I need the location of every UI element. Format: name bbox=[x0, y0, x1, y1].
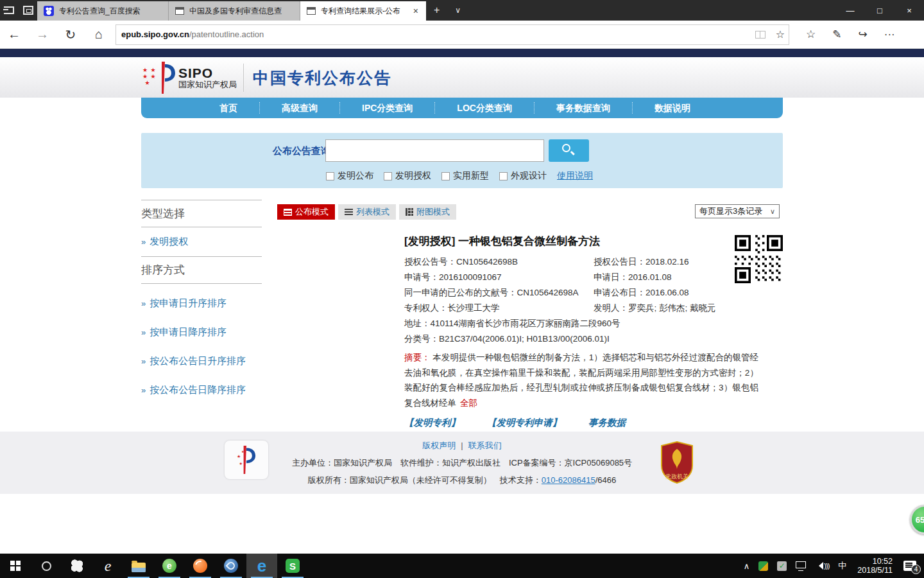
browser-tab-baidu-search[interactable]: 专利公告查询_百度搜索 bbox=[37, 1, 169, 21]
cortana-button[interactable] bbox=[31, 554, 62, 578]
top-navy-strip bbox=[0, 49, 924, 57]
sidebar-link-sort-pubdate-desc[interactable]: »按公布公告日降序排序 bbox=[141, 376, 262, 405]
nav-item-loc-search[interactable]: LOC分类查询 bbox=[434, 102, 534, 114]
patent-field-row: 申请号：2016100091067 申请日：2016.01.08 bbox=[404, 273, 783, 282]
nav-item-ipc-search[interactable]: IPC分类查询 bbox=[339, 102, 434, 114]
field-label: 地址： bbox=[404, 319, 431, 328]
checkbox-icon[interactable] bbox=[499, 172, 508, 180]
sidebar-link-sort-pubdate-asc[interactable]: »按公布公告日升序排序 bbox=[141, 347, 262, 376]
new-tab-button[interactable]: + bbox=[426, 0, 447, 21]
support-phone-link[interactable]: 010-62086415 bbox=[542, 475, 595, 485]
tray-ime-indicator[interactable]: 中 bbox=[834, 554, 851, 578]
notification-center-button[interactable]: 4 bbox=[899, 554, 921, 578]
link-transaction-data[interactable]: 事务数据 bbox=[588, 417, 626, 429]
reading-view-icon[interactable] bbox=[755, 31, 766, 39]
window-maximize-button[interactable]: □ bbox=[865, 0, 894, 21]
tab-title: 中国及多国专利审查信息查 bbox=[189, 6, 293, 17]
internet-explorer-button[interactable]: e bbox=[92, 554, 123, 578]
window-close-button[interactable]: × bbox=[894, 0, 924, 21]
page-size-select[interactable]: 每页显示3条记录∨ bbox=[695, 204, 780, 218]
patent-title: [发明授权] 一种银包铝复合微丝制备方法 bbox=[404, 234, 783, 249]
tray-chevron-icon[interactable]: ∧ bbox=[739, 554, 755, 578]
ie-icon: e bbox=[105, 559, 112, 572]
tray-antivirus-icon[interactable] bbox=[754, 554, 773, 578]
sogou-icon: S bbox=[286, 559, 300, 573]
window-minimize-button[interactable]: — bbox=[835, 0, 865, 21]
browser-tab-patent-examination[interactable]: 中国及多国专利审查信息查 bbox=[169, 1, 300, 21]
checkbox-utility-model[interactable]: 实用新型 bbox=[441, 170, 489, 182]
field-label: 申请号： bbox=[404, 272, 439, 282]
sidebar-link-sort-appdate-desc[interactable]: »按申请日降序排序 bbox=[141, 318, 262, 347]
abstract-more-link[interactable]: 全部 bbox=[460, 398, 477, 408]
nav-item-home[interactable]: 首页 bbox=[198, 102, 259, 114]
double-arrow-icon: » bbox=[141, 356, 146, 366]
tray-network-icon[interactable] bbox=[791, 554, 810, 578]
mode-tab-list[interactable]: 列表模式 bbox=[338, 204, 396, 220]
browser-tab-patent-results-active[interactable]: 专利查询结果展示-公布 × bbox=[300, 1, 426, 21]
share-icon[interactable]: ↪ bbox=[859, 28, 868, 41]
nav-item-advanced-search[interactable]: 高级查询 bbox=[259, 102, 339, 114]
tab-title: 专利查询结果展示-公布 bbox=[321, 6, 407, 17]
edge-button[interactable]: e bbox=[246, 554, 277, 578]
search-button[interactable] bbox=[549, 139, 589, 162]
url-path: /patentoutline.action bbox=[189, 30, 264, 39]
green-browser-button[interactable]: e bbox=[154, 554, 185, 578]
hub-icon[interactable]: ☆ bbox=[806, 28, 816, 41]
forward-icon[interactable]: → bbox=[28, 27, 56, 42]
set-aside-tabs-icon[interactable] bbox=[4, 6, 14, 14]
tray-safe-check-icon[interactable]: ✓ bbox=[773, 554, 791, 578]
results-area: 公布模式 列表模式 附图模式 每页显示3条记录∨ [发明授权] 一种银包铝复合微… bbox=[277, 204, 783, 441]
tray-volume-icon[interactable]: ))) bbox=[810, 554, 834, 578]
checkbox-invention-publication[interactable]: 发明公布 bbox=[326, 170, 373, 182]
checkbox-design[interactable]: 外观设计 bbox=[499, 170, 547, 182]
field-value: 2016100091067 bbox=[439, 272, 502, 282]
double-arrow-icon: » bbox=[141, 328, 146, 337]
folder-icon bbox=[132, 563, 146, 572]
field-value: CN105642698B bbox=[456, 257, 518, 267]
file-explorer-button[interactable] bbox=[123, 554, 154, 578]
sogou-button[interactable]: S bbox=[277, 554, 308, 578]
float-ball-value: 65 bbox=[916, 515, 924, 525]
refresh-icon[interactable]: ↻ bbox=[56, 27, 85, 42]
more-options-icon[interactable]: ··· bbox=[884, 28, 895, 41]
checkbox-icon[interactable] bbox=[441, 172, 450, 180]
checkbox-invention-grant[interactable]: 发明授权 bbox=[384, 170, 431, 182]
url-input[interactable]: epub.sipo.gov.cn/patentoutline.action ☆ bbox=[116, 24, 789, 45]
figure-mode-icon bbox=[406, 208, 413, 216]
green-browser-icon: e bbox=[162, 559, 176, 573]
tab-preview-icon[interactable] bbox=[23, 6, 33, 15]
notification-icon: 4 bbox=[903, 561, 916, 571]
start-button[interactable] bbox=[0, 554, 31, 578]
speedup-float-ball[interactable]: 65 bbox=[910, 505, 924, 534]
link-invention-application[interactable]: 【发明专利申请】 bbox=[487, 417, 561, 429]
sidebar-header-type: 类型选择 bbox=[141, 200, 262, 227]
web-note-pen-icon[interactable]: ✎ bbox=[832, 28, 841, 41]
nav-item-data-description[interactable]: 数据说明 bbox=[632, 102, 712, 114]
abstract-label: 摘要： bbox=[404, 353, 431, 362]
checkbox-icon[interactable] bbox=[326, 172, 334, 180]
search-input[interactable] bbox=[325, 139, 544, 162]
orange-browser-button[interactable] bbox=[185, 554, 216, 578]
field-value: 2016.06.08 bbox=[646, 288, 689, 297]
blue-app-button[interactable] bbox=[216, 554, 246, 578]
tab-close-icon[interactable]: × bbox=[412, 6, 420, 16]
sidebar-link-sort-appdate-asc[interactable]: »按申请日升序排序 bbox=[141, 289, 262, 318]
home-icon[interactable]: ⌂ bbox=[85, 27, 113, 42]
pinwheel-app-button[interactable] bbox=[62, 554, 92, 578]
pinwheel-icon bbox=[71, 559, 83, 572]
favorite-star-icon[interactable]: ☆ bbox=[776, 28, 785, 40]
tab-list-dropdown-icon[interactable]: ∨ bbox=[447, 0, 468, 21]
contact-us-link[interactable]: 联系我们 bbox=[468, 441, 502, 450]
back-icon[interactable]: ← bbox=[0, 27, 28, 42]
usage-help-link[interactable]: 使用说明 bbox=[557, 170, 593, 182]
tray-clock[interactable]: 10:52 2018/5/11 bbox=[851, 557, 899, 575]
checkbox-icon[interactable] bbox=[384, 172, 392, 180]
screen: 专利公告查询_百度搜索 中国及多国专利审查信息查 专利查询结果展示-公布 × +… bbox=[0, 0, 924, 578]
link-invention-patent[interactable]: 【发明专利】 bbox=[404, 417, 460, 429]
copyright-statement-link[interactable]: 版权声明 bbox=[422, 441, 456, 450]
mode-tab-figure[interactable]: 附图模式 bbox=[399, 204, 456, 220]
field-value: B21C37/04(2006.01)I; H01B13/00(2006.01)I bbox=[439, 334, 610, 344]
mode-tab-publication[interactable]: 公布模式 bbox=[277, 204, 335, 220]
nav-item-transaction-data[interactable]: 事务数据查询 bbox=[534, 102, 632, 114]
sidebar-link-invention-grant[interactable]: »发明授权 bbox=[141, 227, 262, 256]
